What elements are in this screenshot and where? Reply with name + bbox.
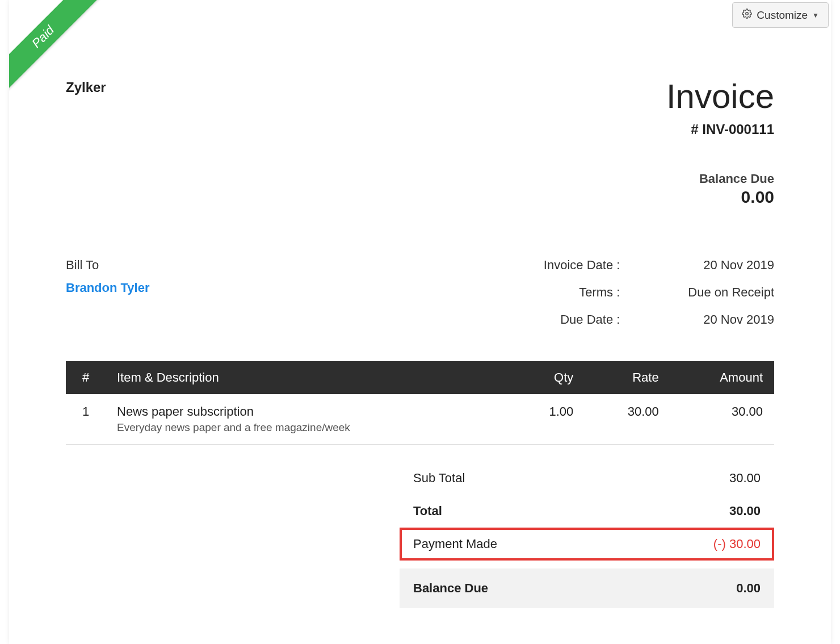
meta-table: Invoice Date : 20 Nov 2019 Terms : Due o… <box>544 258 774 327</box>
customize-button[interactable]: Customize ▼ <box>732 2 829 28</box>
col-qty: Qty <box>510 361 585 394</box>
terms-value: Due on Receipt <box>688 285 774 300</box>
col-amount: Amount <box>670 361 774 394</box>
payment-label: Payment Made <box>413 537 497 551</box>
item-desc: Everyday news paper and a free magazine/… <box>117 421 499 434</box>
terms-label: Terms : <box>544 285 620 300</box>
svg-point-0 <box>746 12 749 15</box>
col-rate: Rate <box>585 361 670 394</box>
billto-block: Bill To Brandon Tyler <box>66 258 150 327</box>
mid-row: Bill To Brandon Tyler Invoice Date : 20 … <box>66 258 774 327</box>
table-row: 1 News paper subscription Everyday news … <box>66 394 774 445</box>
col-item: Item & Description <box>106 361 510 394</box>
paid-status: Paid <box>9 0 104 98</box>
subtotal-value: 30.00 <box>729 471 761 486</box>
total-row: Total 30.00 <box>400 495 774 528</box>
balance-label: Balance Due <box>413 581 488 596</box>
gear-icon <box>742 9 752 22</box>
customize-label: Customize <box>757 9 808 22</box>
item-name: News paper subscription <box>117 404 499 419</box>
due-date-label: Due Date : <box>544 312 620 327</box>
row-amount: 30.00 <box>670 394 774 445</box>
invoice-date-label: Invoice Date : <box>544 258 620 273</box>
subtotal-label: Sub Total <box>413 471 465 486</box>
billto-label: Bill To <box>66 258 150 273</box>
invoice-block: Invoice # INV-000111 Balance Due 0.00 <box>666 80 774 207</box>
header-row: Zylker Invoice # INV-000111 Balance Due … <box>66 80 774 207</box>
balance-value: 0.00 <box>736 581 761 596</box>
row-num: 1 <box>66 394 106 445</box>
total-value: 30.00 <box>729 504 761 518</box>
payment-value: (-) 30.00 <box>713 537 761 551</box>
invoice-date-value: 20 Nov 2019 <box>688 258 774 273</box>
col-num: # <box>66 361 106 394</box>
due-date-value: 20 Nov 2019 <box>688 312 774 327</box>
totals-block: Sub Total 30.00 Total 30.00 Payment Made… <box>66 462 774 608</box>
payment-made-row: Payment Made (-) 30.00 <box>400 528 774 561</box>
invoice-title: Invoice <box>666 80 774 114</box>
items-table: # Item & Description Qty Rate Amount 1 N… <box>66 361 774 445</box>
paid-ribbon: Paid <box>9 0 111 102</box>
chevron-down-icon: ▼ <box>812 11 819 19</box>
invoice-content: Zylker Invoice # INV-000111 Balance Due … <box>9 0 831 631</box>
total-label: Total <box>413 504 442 518</box>
balance-row: Balance Due 0.00 <box>400 568 774 608</box>
invoice-page: Paid Customize ▼ Zylker Invoice # INV-00… <box>9 0 831 644</box>
balance-due-label: Balance Due <box>666 172 774 186</box>
row-rate: 30.00 <box>585 394 670 445</box>
table-header-row: # Item & Description Qty Rate Amount <box>66 361 774 394</box>
balance-due-amount: 0.00 <box>666 187 774 207</box>
billto-name-link[interactable]: Brandon Tyler <box>66 281 150 295</box>
subtotal-row: Sub Total 30.00 <box>400 462 774 495</box>
row-item: News paper subscription Everyday news pa… <box>106 394 510 445</box>
row-qty: 1.00 <box>510 394 585 445</box>
invoice-number: # INV-000111 <box>666 122 774 137</box>
